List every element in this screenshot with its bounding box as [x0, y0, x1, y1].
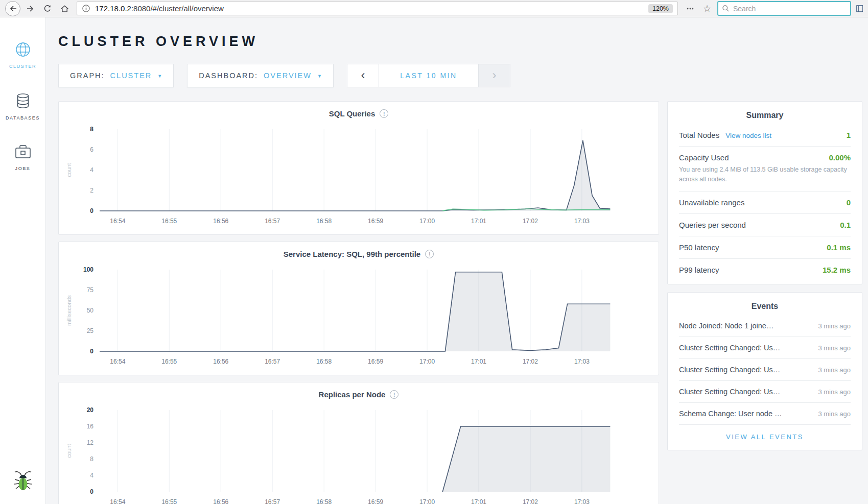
forward-button[interactable]	[24, 2, 37, 15]
svg-text:0: 0	[90, 348, 93, 355]
time-range-selector: ‹ LAST 10 MIN ›	[347, 64, 510, 87]
summary-label: Capacity Used	[679, 153, 729, 162]
event-message: Cluster Setting Changed: Us…	[679, 388, 818, 396]
page-actions-icon	[686, 5, 694, 13]
chart-info-icon[interactable]: !	[380, 109, 388, 118]
svg-text:17:03: 17:03	[574, 358, 590, 365]
dashboard-dropdown[interactable]: DASHBOARD: OVERVIEW ▼	[187, 64, 334, 87]
summary-row-p50-latency: P50 latency 0.1 ms	[679, 236, 851, 259]
svg-text:16:55: 16:55	[161, 218, 177, 225]
reload-button[interactable]	[41, 2, 54, 15]
svg-text:8: 8	[90, 455, 93, 463]
home-button[interactable]	[58, 2, 71, 15]
svg-text:4: 4	[90, 166, 93, 174]
chart-card-sql-queries: SQL Queries ! 16:5416:5516:5616:5716:581…	[58, 101, 659, 235]
svg-text:25: 25	[87, 327, 94, 334]
summary-label: Total Nodes	[679, 131, 719, 139]
svg-text:16:57: 16:57	[265, 218, 280, 225]
summary-value: 0.1 ms	[827, 243, 851, 252]
site-info-icon[interactable]	[82, 4, 90, 13]
graph-dropdown[interactable]: GRAPH: CLUSTER ▼	[58, 64, 174, 87]
summary-value: 0	[847, 198, 851, 207]
chevron-down-icon: ▼	[157, 73, 162, 79]
url-text: 172.18.0.2:8080/#/cluster/all/overview	[95, 4, 644, 13]
svg-text:16:59: 16:59	[368, 218, 383, 225]
url-bar[interactable]: 172.18.0.2:8080/#/cluster/all/overview 1…	[77, 2, 678, 15]
svg-text:count: count	[66, 444, 72, 458]
search-input[interactable]	[733, 5, 847, 13]
graph-dropdown-value: CLUSTER	[110, 71, 152, 80]
svg-text:17:03: 17:03	[574, 218, 590, 225]
charts-column: SQL Queries ! 16:5416:5516:5616:5716:581…	[58, 101, 659, 504]
svg-text:milliseconds: milliseconds	[66, 295, 72, 326]
chart-info-icon[interactable]: !	[390, 390, 398, 399]
chart-title: SQL Queries	[329, 109, 376, 118]
right-column: Summary Total Nodes View nodes list 1 Ca…	[667, 101, 862, 458]
svg-text:75: 75	[87, 286, 94, 294]
chart-plot-service-latency: 16:5416:5516:5616:5716:5816:5917:0017:01…	[64, 262, 653, 373]
url-host: 172.18.0.2	[95, 4, 131, 13]
summary-row-unavailable-ranges: Unavailable ranges 0	[679, 191, 851, 214]
next-time-button[interactable]: ›	[478, 64, 510, 87]
event-time: 3 mins ago	[818, 388, 851, 396]
zoom-level-badge[interactable]: 120%	[648, 4, 673, 13]
view-all-events-link[interactable]: VIEW ALL EVENTS	[679, 425, 851, 447]
side-nav: CLUSTER DATABASES JOBS	[0, 17, 46, 504]
svg-text:17:02: 17:02	[523, 358, 538, 365]
briefcase-icon	[13, 143, 33, 161]
sidebar-item-databases[interactable]: DATABASES	[6, 91, 40, 121]
database-icon	[14, 91, 32, 111]
prev-time-button[interactable]: ‹	[347, 64, 379, 87]
dashboard-controls: GRAPH: CLUSTER ▼ DASHBOARD: OVERVIEW ▼ ‹…	[58, 64, 862, 87]
page-actions-button[interactable]	[684, 2, 697, 15]
chevron-right-icon: ›	[492, 69, 496, 83]
summary-row-queries-per-second: Queries per second 0.1	[679, 214, 851, 236]
svg-text:17:01: 17:01	[471, 498, 486, 504]
event-time: 3 mins ago	[818, 344, 851, 352]
forward-icon	[26, 4, 35, 13]
summary-row-total-nodes: Total Nodes View nodes list 1	[679, 124, 851, 147]
svg-text:2: 2	[90, 187, 93, 194]
svg-text:17:03: 17:03	[574, 498, 590, 504]
event-message: Node Joined: Node 1 joine…	[679, 322, 818, 330]
svg-text:16:59: 16:59	[368, 358, 383, 365]
summary-row-p99-latency: P99 latency 15.2 ms	[679, 259, 851, 281]
sidebar-item-jobs[interactable]: JOBS	[13, 143, 33, 171]
bookmark-star-button[interactable]: ☆	[700, 2, 714, 15]
event-row: Node Joined: Node 1 joine… 3 mins ago	[679, 315, 851, 337]
svg-text:17:01: 17:01	[471, 218, 486, 225]
event-row: Cluster Setting Changed: Us… 3 mins ago	[679, 337, 851, 359]
time-range-label[interactable]: LAST 10 MIN	[379, 64, 478, 87]
sidebar-item-cluster[interactable]: CLUSTER	[9, 40, 36, 69]
chart-info-icon[interactable]: !	[425, 250, 434, 258]
svg-text:16:57: 16:57	[265, 358, 280, 365]
back-button[interactable]	[5, 1, 20, 16]
view-nodes-list-link[interactable]: View nodes list	[725, 132, 771, 139]
chart-card-service-latency: Service Latency: SQL, 99th percentile ! …	[58, 242, 659, 375]
chevron-left-icon: ‹	[361, 69, 365, 83]
svg-text:16:59: 16:59	[368, 498, 383, 504]
svg-text:16:54: 16:54	[110, 358, 125, 365]
bookmark-star-icon: ☆	[703, 4, 711, 13]
url-path: :8080/#/cluster/all/overview	[131, 4, 224, 13]
svg-text:16:58: 16:58	[316, 358, 332, 365]
svg-text:16: 16	[87, 423, 94, 430]
svg-text:100: 100	[83, 266, 93, 273]
capacity-note: You are using 2.4 MiB of 113.5 GiB usabl…	[679, 165, 851, 184]
event-time: 3 mins ago	[818, 410, 851, 418]
events-panel: Events Node Joined: Node 1 joine… 3 mins…	[667, 292, 862, 450]
svg-text:17:00: 17:00	[419, 358, 435, 365]
search-box[interactable]	[717, 1, 851, 16]
event-message: Cluster Setting Changed: Us…	[679, 344, 818, 352]
summary-title: Summary	[679, 111, 851, 124]
browser-corner-icon[interactable]	[856, 5, 863, 13]
svg-text:16:55: 16:55	[161, 498, 177, 504]
events-title: Events	[679, 302, 851, 315]
svg-text:8: 8	[90, 126, 93, 133]
summary-value: 0.00%	[829, 153, 851, 162]
svg-text:count: count	[66, 163, 72, 177]
svg-text:17:02: 17:02	[523, 498, 538, 504]
svg-text:12: 12	[87, 439, 94, 446]
svg-text:0: 0	[90, 488, 93, 495]
chart-plot-sql-queries: 16:5416:5516:5616:5716:5816:5917:0017:01…	[64, 122, 653, 232]
